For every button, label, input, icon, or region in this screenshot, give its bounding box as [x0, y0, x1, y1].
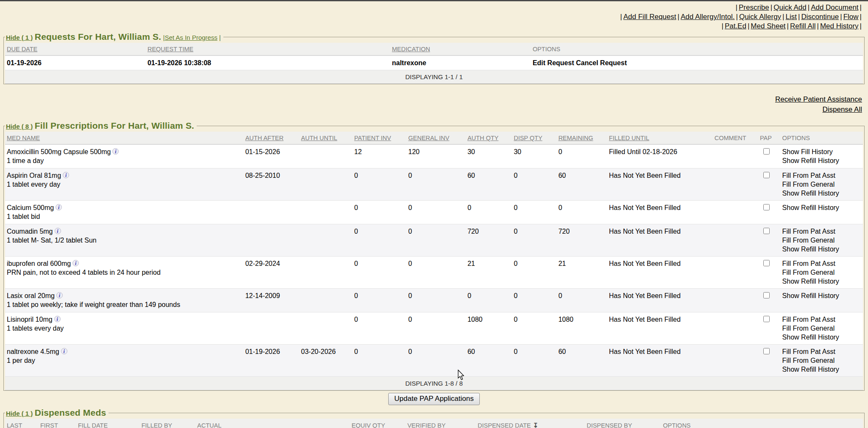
info-icon[interactable]: i [55, 228, 61, 234]
fill-option-link[interactable]: Fill From Pat Asst [782, 347, 861, 356]
filled-until: Has Not Yet Been Filled [607, 289, 713, 312]
fill-option-link[interactable]: Show Refill History [782, 277, 861, 286]
info-icon[interactable]: i [72, 260, 79, 266]
col-fill-date[interactable]: FILL DATE [76, 419, 140, 428]
col-dispensed-date[interactable]: DISPENSED DATE↧ [476, 419, 585, 428]
col-auth-until[interactable]: AUTH UNTIL [299, 132, 352, 144]
fill-option-link[interactable]: Show Refill History [782, 189, 861, 198]
nav-flow[interactable]: Flow [843, 13, 859, 21]
fill-option-link[interactable]: Show Fill History [782, 147, 861, 156]
edit-request-link[interactable]: Edit Request [533, 59, 574, 66]
fill-option-link[interactable]: Fill From General [782, 268, 861, 277]
col-due-date[interactable]: DUE DATE [5, 43, 146, 55]
patient-inv: 0 [353, 312, 407, 345]
col-dispensed-by[interactable]: DISPENSED BY [585, 419, 661, 428]
top-nav-row-1: |Prescribe|Quick Add|Add Document| [5, 3, 863, 12]
med-sig: 1 tablet bid [7, 212, 242, 221]
col-filled-until[interactable]: FILLED UNTIL [607, 132, 713, 144]
pap-checkbox[interactable] [763, 228, 770, 234]
nav-list[interactable]: List [786, 13, 797, 21]
fill-option-link[interactable]: Fill From Pat Asst [782, 227, 861, 236]
info-icon[interactable]: i [56, 204, 62, 210]
fill-option-link[interactable]: Fill From General [782, 356, 861, 365]
general-inv: 120 [406, 144, 466, 168]
nav-quick-add[interactable]: Quick Add [773, 3, 807, 11]
comment [713, 312, 758, 345]
dispensed-section-title: Dispensed Meds [35, 408, 106, 417]
filled-until: Filled Until 02-18-2026 [607, 144, 713, 168]
nav-add-document[interactable]: Add Document [811, 3, 858, 11]
col-auth-after[interactable]: AUTH AFTER [244, 132, 300, 144]
col-pap: PAP [758, 132, 781, 144]
col-verified-by[interactable]: VERIFIED BY [406, 419, 476, 428]
dispensed-hide-link[interactable]: Hide ( 1 ) [6, 410, 33, 417]
col-remaining[interactable]: REMAINING [556, 132, 607, 144]
patient-inv: 12 [353, 144, 407, 168]
pap-checkbox[interactable] [763, 172, 770, 178]
nav-med-sheet[interactable]: Med Sheet [751, 22, 785, 30]
nav-med-history[interactable]: Med History [820, 22, 859, 30]
patient-inv: 0 [353, 289, 407, 312]
nav-prescribe[interactable]: Prescribe [739, 3, 769, 11]
nav-discontinue[interactable]: Discontinue [801, 13, 839, 21]
pap-checkbox[interactable] [763, 260, 770, 266]
nav-refill-all[interactable]: Refill All [790, 22, 815, 30]
col-medication[interactable]: MEDICATION [390, 43, 531, 55]
col-request-time[interactable]: REQUEST TIME [146, 43, 390, 55]
col-filled-by[interactable]: FILLED BY [140, 419, 196, 428]
fill-option-link[interactable]: Fill From General [782, 236, 861, 245]
col-first[interactable]: FIRST [39, 419, 76, 428]
remaining: 1080 [556, 312, 607, 345]
pap-checkbox[interactable] [763, 204, 770, 210]
update-pap-applications-button[interactable]: Update PAP Applications [388, 393, 479, 405]
col-general-inv[interactable]: GENERAL INV [406, 132, 466, 144]
col-disp-qty[interactable]: DISP QTY [512, 132, 556, 144]
nav-pat-ed[interactable]: Pat.Ed [725, 22, 746, 30]
pap-checkbox[interactable] [763, 348, 770, 354]
remaining: 0 [556, 201, 607, 224]
fill-option-link[interactable]: Show Refill History [782, 333, 861, 342]
update-pap-row: Update PAP Applications [0, 391, 868, 408]
info-icon[interactable]: i [112, 148, 119, 155]
remaining: 720 [556, 224, 607, 257]
top-nav: |Prescribe|Quick Add|Add Document| |Add … [0, 1, 868, 32]
fill-hide-link[interactable]: Hide ( 8 ) [6, 123, 33, 130]
fill-option-link[interactable]: Fill From Pat Asst [782, 315, 861, 324]
col-equiv-qty[interactable]: EQUIV QTY [350, 419, 406, 428]
fill-option-link[interactable]: Show Refill History [782, 365, 861, 374]
dispense-all-link[interactable]: Dispense All [0, 105, 862, 115]
fill-row: Calcium 500mgi 1 tablet bid 0 0 0 0 0 Ha… [5, 201, 863, 224]
col-med-name[interactable]: MED NAME [5, 132, 244, 144]
receive-patient-assistance-link[interactable]: Receive Patient Assistance [0, 94, 862, 105]
patient-inv: 0 [353, 201, 407, 224]
pap-checkbox[interactable] [763, 148, 770, 155]
info-icon[interactable]: i [63, 172, 69, 178]
fill-option-link[interactable]: Fill From Pat Asst [782, 171, 861, 180]
pap-checkbox[interactable] [763, 316, 770, 322]
auth-until [299, 312, 352, 345]
fill-option-link[interactable]: Fill From General [782, 324, 861, 333]
col-last[interactable]: LAST [5, 419, 39, 428]
info-icon[interactable]: i [61, 348, 67, 354]
set-as-in-progress-link[interactable]: Set As In Progress [165, 34, 217, 41]
fill-option-link[interactable]: Show Refill History [782, 156, 861, 165]
fill-option-link[interactable]: Show Refill History [782, 291, 861, 300]
med-name: Lasix oral 20mg [7, 292, 55, 299]
col-patient-inv[interactable]: PATIENT INV [353, 132, 407, 144]
col-auth-qty[interactable]: AUTH QTY [466, 132, 512, 144]
cancel-request-link[interactable]: Cancel Request [576, 59, 627, 66]
nav-add-allergy-intol[interactable]: Add Allergy/Intol. [681, 13, 735, 21]
pap-checkbox[interactable] [763, 292, 770, 298]
auth-qty: 60 [466, 345, 512, 377]
fill-option-link[interactable]: Show Refill History [782, 245, 861, 254]
nav-quick-allergy[interactable]: Quick Allergy [739, 13, 781, 21]
info-icon[interactable]: i [54, 316, 61, 322]
nav-add-fill-request[interactable]: Add Fill Request [623, 13, 676, 21]
fill-option-link[interactable]: Fill From Pat Asst [782, 259, 861, 268]
general-inv: 0 [406, 168, 466, 201]
fill-option-link[interactable]: Show Refill History [782, 203, 861, 212]
top-nav-row-2: |Add Fill Request|Add Allergy/Intol.|Qui… [5, 12, 863, 22]
requests-hide-link[interactable]: Hide ( 1 ) [6, 34, 33, 41]
info-icon[interactable]: i [56, 292, 63, 298]
fill-option-link[interactable]: Fill From General [782, 180, 861, 189]
